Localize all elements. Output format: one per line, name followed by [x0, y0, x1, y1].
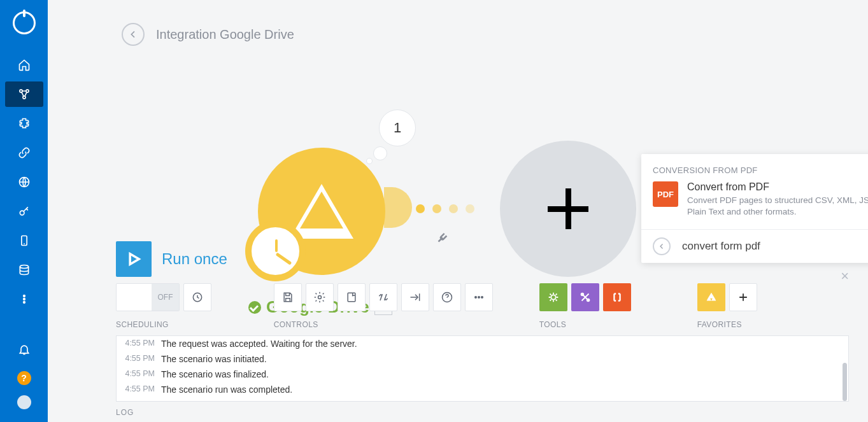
log-entry: 4:55 PMThe scenario was finalized.: [117, 367, 848, 382]
nav-notifications[interactable]: [5, 337, 43, 362]
scheduling-label: SCHEDULING: [116, 320, 227, 329]
svg-point-4: [20, 211, 24, 215]
log-entry: 4:55 PMThe scenario was initiated.: [117, 351, 848, 367]
favorites-label: FAVORITES: [697, 320, 757, 329]
log-entry: 4:55 PMThe request was accepted. Waiting…: [117, 336, 848, 351]
tools-flow-button[interactable]: [539, 283, 567, 311]
popup-item-title: Convert from PDF: [687, 181, 868, 193]
google-drive-icon: [290, 184, 353, 239]
nav-data[interactable]: [5, 257, 43, 283]
run-once-label: Run once: [162, 250, 227, 268]
help-button[interactable]: [433, 283, 461, 311]
explain-flow-button[interactable]: [401, 283, 429, 311]
nav-home[interactable]: [5, 52, 43, 78]
tools-label: TOOLS: [539, 320, 631, 329]
controls-label: CONTROLS: [274, 320, 493, 329]
favorite-drive-button[interactable]: [697, 283, 725, 311]
scenario-canvas[interactable]: 1 Google Drive 1 CONVERSION FROM PDF PDF…: [48, 46, 868, 235]
page-title: Integration Google Drive: [156, 27, 294, 42]
schedule-settings-button[interactable]: [183, 283, 211, 311]
notes-button[interactable]: [338, 283, 366, 311]
svg-point-16: [481, 297, 483, 299]
bubble-decor-icon: [366, 158, 373, 164]
more-controls-button[interactable]: [465, 283, 493, 311]
nav-scenarios[interactable]: [5, 81, 43, 107]
nav-keys[interactable]: [5, 199, 43, 224]
svg-point-9: [23, 302, 25, 304]
tools-text-button[interactable]: [603, 283, 631, 311]
settings-button[interactable]: [306, 283, 334, 311]
help-icon[interactable]: ?: [17, 371, 31, 385]
log-label: LOG: [48, 402, 868, 422]
app-logo-icon: [13, 11, 36, 34]
bubble-decor-icon: [373, 146, 387, 160]
avatar[interactable]: [17, 395, 31, 409]
scheduling-toggle[interactable]: OFF: [116, 283, 180, 311]
auto-align-button[interactable]: [369, 283, 397, 311]
nav-devices[interactable]: [5, 228, 43, 253]
popup-item-desc: Convert PDF pages to structured CSV, XML…: [687, 195, 868, 218]
svg-point-8: [23, 299, 25, 300]
sidebar: ?: [0, 0, 48, 422]
add-favorite-button[interactable]: [729, 283, 757, 311]
svg-point-6: [20, 265, 28, 269]
route-dots: [416, 204, 474, 213]
svg-rect-12: [348, 293, 355, 301]
svg-point-14: [475, 297, 477, 299]
popup-section-title: CONVERSION FROM PDF: [641, 154, 868, 181]
run-once-button[interactable]: [116, 241, 152, 277]
svg-point-11: [318, 296, 321, 299]
nav-connections[interactable]: [5, 140, 43, 165]
node-connector-icon: [384, 187, 412, 228]
log-panel[interactable]: 4:55 PMThe request was accepted. Waiting…: [116, 335, 849, 402]
scrollbar-thumb[interactable]: [843, 363, 847, 401]
popup-result-item[interactable]: PDF Convert from PDF Convert PDF pages t…: [641, 181, 868, 229]
page-header: Integration Google Drive: [48, 0, 868, 46]
svg-point-7: [23, 295, 25, 297]
close-panel-button[interactable]: ×: [841, 268, 849, 285]
nav-webhooks[interactable]: [5, 169, 43, 195]
svg-point-15: [478, 297, 480, 299]
pdf-icon: PDF: [653, 181, 678, 207]
save-button[interactable]: [274, 283, 302, 311]
svg-point-17: [551, 295, 555, 299]
nav-templates[interactable]: [5, 111, 43, 136]
nav-more[interactable]: [5, 286, 43, 312]
tools-tools-button[interactable]: [571, 283, 599, 311]
back-button[interactable]: [122, 23, 145, 46]
operation-count-bubble[interactable]: 1: [379, 109, 416, 146]
log-entry: 4:55 PMThe scenario run was completed.: [117, 382, 848, 397]
